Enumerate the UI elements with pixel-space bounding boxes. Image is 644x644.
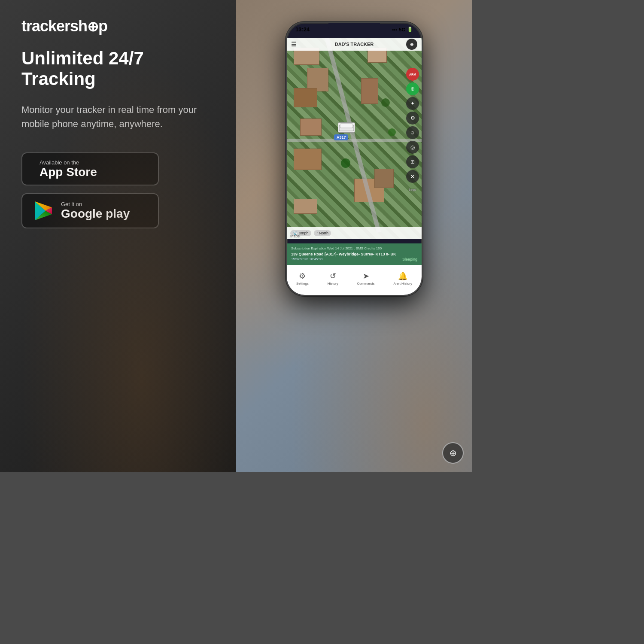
compass-bottom-icon: ⊕ <box>450 448 457 458</box>
settings-icon: ⚙ <box>299 271 306 281</box>
tree-3 <box>341 158 350 168</box>
logo-text: trackersh⊕p <box>21 17 107 35</box>
arm-button[interactable]: ARM <box>406 68 419 81</box>
compass-button[interactable]: ⊕ <box>406 39 417 50</box>
google-play-text: Get it on Google play <box>61 201 130 221</box>
app-store-text: Available on the App Store <box>39 159 97 179</box>
network-type: 5G <box>399 27 405 32</box>
person2-icon: ◎ <box>410 144 415 150</box>
vehicle-icon <box>338 122 355 133</box>
nav-alert-history[interactable]: 🔔 Alert History <box>393 271 412 286</box>
close-button[interactable]: ✕ <box>406 170 419 183</box>
history-icon: ↺ <box>330 271 336 281</box>
close-icon: ✕ <box>410 173 415 180</box>
nav-history-label: History <box>328 282 338 286</box>
direction-arrow: ↑ <box>316 231 319 235</box>
map-buttons: ARM ⊕ ✦ ⚙ ☺ <box>406 68 419 192</box>
google-play-icon <box>33 200 54 222</box>
person2-button[interactable]: ◎ <box>406 141 419 154</box>
nav-alert-label: Alert History <box>393 282 412 286</box>
grid-button[interactable]: ⊞ <box>406 155 419 168</box>
building-7 <box>361 78 378 104</box>
info-bar: Subscription Expiration Wed 14 Jul 2021 … <box>287 243 422 265</box>
main-container: trackersh⊕p Unlimited 24/7 Tracking Moni… <box>0 0 472 472</box>
svg-rect-5 <box>340 124 353 128</box>
datetime-text: 15/07/2020 18:45:33 <box>291 257 322 262</box>
navigate-icon: ⊕ <box>410 86 415 92</box>
map-area: A317 <box>287 38 422 239</box>
bottom-compass-button[interactable]: ⊕ <box>442 442 464 464</box>
bottom-nav: ⚙ Settings ↺ History ➤ Commands 🔔 Alert … <box>287 265 422 295</box>
direction-badge: ↑ North <box>314 230 331 236</box>
logo: trackersh⊕p <box>21 17 215 35</box>
status-right: ▪▪▪ 5G 🔋 <box>392 27 413 32</box>
building-5 <box>294 149 322 170</box>
hamburger-icon[interactable]: ☰ <box>291 41 297 48</box>
maps-label: Maps <box>290 234 300 238</box>
alert-icon: 🔔 <box>398 271 407 281</box>
legal-text: Legal <box>409 188 416 191</box>
address-text: 139 Queens Road [A317]- Weybridge- Surre… <box>291 252 417 257</box>
subtext: Monitor your tracker in real time from y… <box>21 103 215 131</box>
status-time: 13:24 <box>295 26 310 33</box>
nav-settings[interactable]: ⚙ Settings <box>296 271 309 286</box>
google-play-button[interactable]: Get it on Google play <box>21 193 159 228</box>
app-store-small-text: Available on the <box>39 159 97 166</box>
phone-mockup: 13:24 ▪▪▪ 5G 🔋 ☰ DAD'S TRACKER ⊕ <box>286 21 423 296</box>
speed-bar: 📡 0mph ↑ North Maps <box>287 227 422 239</box>
nav-commands-label: Commands <box>357 282 375 286</box>
google-play-big-text: Google play <box>61 207 130 221</box>
person-button[interactable]: ☺ <box>406 126 419 139</box>
road-horizontal <box>287 139 422 142</box>
app-store-button[interactable]: Available on the App Store <box>21 152 159 186</box>
subscription-text: Subscription Expiration Wed 14 Jul 2021 … <box>291 246 417 251</box>
building-9 <box>294 199 317 214</box>
direction-value: North <box>319 231 328 235</box>
signal-bars: ▪▪▪ <box>392 27 398 32</box>
building-8 <box>300 118 322 136</box>
google-play-small-text: Get it on <box>61 201 130 207</box>
road-diagonal <box>325 38 381 233</box>
commands-icon: ➤ <box>363 271 369 281</box>
tree-2 <box>388 128 396 136</box>
app-top-bar: ☰ DAD'S TRACKER ⊕ <box>287 38 422 51</box>
map-satellite: A317 <box>287 38 422 239</box>
right-panel: 13:24 ▪▪▪ 5G 🔋 ☰ DAD'S TRACKER ⊕ <box>236 0 472 472</box>
left-panel: trackersh⊕p Unlimited 24/7 Tracking Moni… <box>0 0 236 472</box>
app-store-big-text: App Store <box>39 166 97 179</box>
settings-map-button[interactable]: ⚙ <box>406 112 419 125</box>
tracker-name: DAD'S TRACKER <box>335 42 374 47</box>
building-4 <box>294 88 317 107</box>
tree-1 <box>381 98 390 107</box>
headline: Unlimited 24/7 Tracking <box>21 48 215 90</box>
sleeping-status: Sleeping <box>402 257 417 262</box>
legal-label: Legal <box>406 185 419 192</box>
phone-notch <box>328 23 380 35</box>
grid-icon: ⊞ <box>410 159 415 165</box>
building-10 <box>374 169 394 188</box>
navigate-button[interactable]: ⊕ <box>406 82 419 95</box>
compass-icon: ⊕ <box>410 42 413 47</box>
route-icon: ✦ <box>410 100 415 106</box>
speed-value: 0mph <box>299 231 309 235</box>
nav-settings-label: Settings <box>296 282 309 286</box>
phone-frame: 13:24 ▪▪▪ 5G 🔋 ☰ DAD'S TRACKER ⊕ <box>286 21 423 296</box>
nav-commands[interactable]: ➤ Commands <box>357 271 375 286</box>
route-button[interactable]: ✦ <box>406 97 419 110</box>
road-sign: A317 <box>334 134 349 140</box>
battery-icon: 🔋 <box>407 27 413 32</box>
arm-label: ARM <box>409 73 416 76</box>
nav-history[interactable]: ↺ History <box>328 271 338 286</box>
person-icon: ☺ <box>410 130 415 136</box>
settings-map-icon: ⚙ <box>410 115 415 121</box>
